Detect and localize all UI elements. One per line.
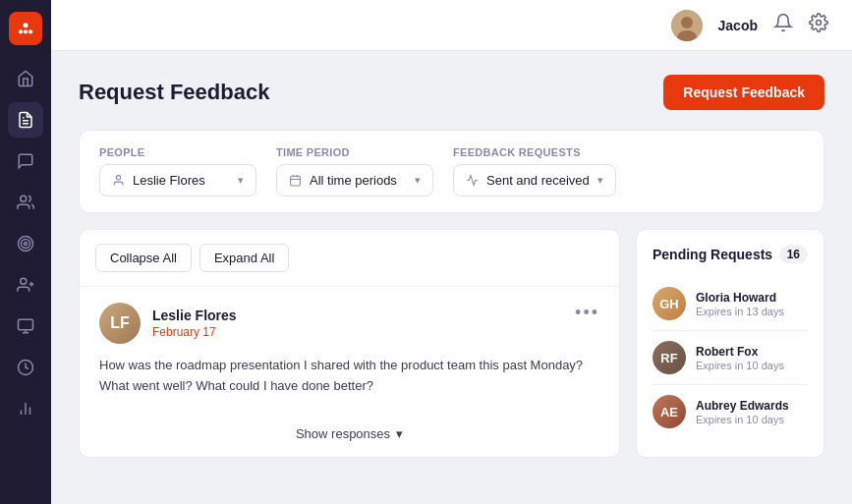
svg-point-2 [28, 29, 32, 33]
feedback-list-panel: Collapse All Expand All LF Leslie Flores… [79, 229, 620, 458]
svg-point-23 [817, 21, 822, 26]
avatar [671, 10, 703, 41]
pending-item: AE Aubrey Edwards Expires in 10 days [653, 385, 808, 438]
request-item: LF Leslie Flores February 17 ••• How was… [80, 287, 619, 457]
pending-header: Pending Requests 16 [653, 246, 808, 263]
sidebar-item-team[interactable] [8, 267, 43, 303]
sidebar-item-feedback[interactable] [8, 102, 43, 138]
sidebar-item-timer[interactable] [8, 350, 43, 385]
pending-requests-panel: Pending Requests 16 GH Gloria Howard Exp… [636, 229, 824, 458]
request-avatar: LF [99, 303, 141, 344]
chevron-down-icon: ▾ [597, 174, 603, 187]
svg-rect-25 [291, 176, 301, 186]
more-options-button[interactable]: ••• [575, 303, 599, 323]
sidebar-item-home[interactable] [8, 61, 43, 96]
pending-name: Gloria Howard [696, 291, 784, 305]
sidebar-item-goals[interactable] [8, 226, 43, 261]
app-logo[interactable] [9, 12, 42, 45]
people-label: People [99, 146, 256, 158]
show-responses-button[interactable]: Show responses ▾ [99, 413, 599, 441]
request-body: How was the roadmap presentation I share… [99, 356, 599, 397]
sidebar-item-reviews[interactable] [8, 308, 43, 344]
request-date: February 17 [152, 325, 237, 339]
people-select[interactable]: Leslie Flores ▾ [99, 164, 256, 196]
pending-expires: Expires in 10 days [696, 414, 789, 425]
svg-point-8 [22, 240, 30, 249]
svg-point-21 [681, 17, 693, 28]
svg-point-1 [19, 29, 23, 33]
pending-item: GH Gloria Howard Expires in 13 days [653, 277, 808, 331]
bell-icon[interactable] [773, 13, 793, 37]
username: Jacob [718, 18, 758, 33]
svg-point-10 [21, 278, 27, 284]
app-header: Jacob [51, 0, 852, 51]
sidebar-item-analytics[interactable] [8, 391, 43, 426]
pending-avatar: RF [653, 341, 686, 374]
collapse-all-button[interactable]: Collapse All [95, 244, 192, 272]
time-label: Time period [276, 146, 433, 158]
svg-point-24 [116, 176, 120, 180]
pending-expires: Expires in 13 days [696, 306, 784, 317]
request-item-header: LF Leslie Flores February 17 ••• [99, 303, 599, 344]
pending-name: Aubrey Edwards [696, 399, 789, 413]
people-value: Leslie Flores [133, 173, 205, 188]
pending-avatar: AE [653, 395, 686, 428]
gear-icon[interactable] [809, 13, 828, 37]
svg-point-6 [21, 196, 27, 201]
filter-bar: People Leslie Flores ▾ Time period All t… [79, 130, 824, 213]
svg-point-9 [25, 243, 28, 246]
page-title: Request Feedback [79, 80, 269, 105]
pending-count-badge: 16 [779, 246, 808, 263]
svg-point-0 [24, 23, 28, 28]
expand-all-button[interactable]: Expand All [199, 244, 289, 272]
feedback-filter: Feedback requests Sent and received ▾ [453, 146, 616, 196]
pending-avatar: GH [653, 287, 686, 320]
pending-item: RF Robert Fox Expires in 10 days [653, 331, 808, 385]
main-area: Jacob Request Feedback Request Feedback … [51, 0, 852, 504]
pending-expires: Expires in 10 days [696, 360, 784, 371]
page-content: Request Feedback Request Feedback People… [51, 51, 852, 504]
feedback-label: Feedback requests [453, 146, 616, 158]
people-filter: People Leslie Flores ▾ [99, 146, 256, 196]
sidebar-item-people[interactable] [8, 185, 43, 220]
chevron-down-icon: ▾ [396, 426, 403, 441]
time-filter: Time period All time periods ▾ [276, 146, 433, 196]
sidebar [0, 0, 51, 504]
chevron-down-icon: ▾ [238, 174, 244, 187]
sidebar-item-chat[interactable] [8, 143, 43, 179]
request-feedback-button[interactable]: Request Feedback [663, 75, 824, 110]
time-select[interactable]: All time periods ▾ [276, 164, 433, 196]
chevron-down-icon: ▾ [415, 174, 421, 187]
request-user-info: LF Leslie Flores February 17 [99, 303, 237, 344]
pending-title: Pending Requests [653, 247, 772, 262]
pending-name: Robert Fox [696, 345, 784, 359]
svg-point-3 [24, 29, 28, 33]
panel-row: Collapse All Expand All LF Leslie Flores… [79, 229, 824, 458]
feedback-select[interactable]: Sent and received ▾ [453, 164, 616, 196]
page-header: Request Feedback Request Feedback [79, 75, 824, 110]
time-value: All time periods [310, 173, 397, 188]
feedback-value: Sent and received [486, 173, 590, 188]
list-toolbar: Collapse All Expand All [80, 230, 619, 287]
svg-rect-13 [19, 319, 33, 330]
request-user-name: Leslie Flores [152, 308, 237, 323]
